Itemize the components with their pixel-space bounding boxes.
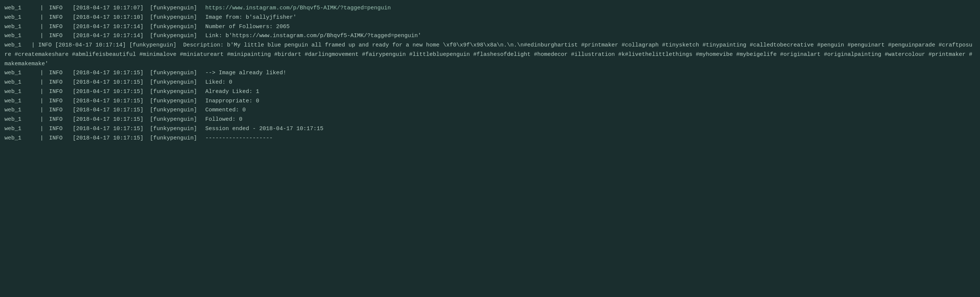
log-service: web_1 [5,125,35,134]
log-timestamp: [2018-04-17 10:17:15] [69,78,147,87]
log-line: web_1 | INFO [2018-04-17 10:17:15] [funk… [5,87,975,97]
log-module: [funkypenguin] [150,115,204,125]
log-module: [funkypenguin] [150,69,204,78]
log-timestamp: [2018-04-17 10:17:15] [69,69,147,78]
log-line: web_1 | INFO [2018-04-17 10:17:14] [funk… [5,41,975,69]
log-service: web_1 [5,69,35,78]
log-message: Link: b'https://www.instagram.com/p/Bhqv… [205,32,421,41]
log-module: [funkypenguin] [150,13,204,22]
log-module: [funkypenguin] [150,78,204,87]
log-level: INFO [49,134,68,143]
log-module: [funkypenguin] [150,125,204,134]
log-service: web_1 [5,134,35,143]
log-level: INFO [49,87,68,97]
log-timestamp: [2018-04-17 10:17:07] [69,4,147,13]
log-timestamp: [2018-04-17 10:17:10] [69,13,147,22]
log-service: web_1 [5,13,35,22]
log-container: web_1 | INFO [2018-04-17 10:17:07] [funk… [5,4,975,143]
log-pipe: | [37,134,47,143]
log-pipe: | [37,4,47,13]
log-service: web_1 [5,4,35,13]
log-service: web_1 [5,32,35,41]
log-level: INFO [49,32,68,41]
log-message: Commented: 0 [205,106,246,115]
log-service: web_1 [5,22,35,32]
log-module: [funkypenguin] [150,106,204,115]
log-message: Image from: b'sallyjfisher' [205,13,296,22]
log-pipe: | [37,87,47,97]
log-timestamp: [2018-04-17 10:17:14] [69,22,147,32]
log-timestamp: [2018-04-17 10:17:15] [69,125,147,134]
log-pipe: | [37,106,47,115]
log-message: https://www.instagram.com/p/Bhqvf5-AIMK/… [205,4,391,13]
log-service: web_1 [5,78,35,87]
log-message: Session ended - 2018-04-17 10:17:15 [205,125,323,134]
log-service: web_1 [5,87,35,97]
log-message: Number of Followers: 2065 [205,22,290,32]
log-level: INFO [49,106,68,115]
log-service: web_1 [5,115,35,125]
log-pipe: | [37,78,47,87]
log-line: web_1 | INFO [2018-04-17 10:17:10] [funk… [5,13,975,22]
log-timestamp: [2018-04-17 10:17:15] [69,134,147,143]
log-line: web_1 | INFO [2018-04-17 10:17:15] [funk… [5,125,975,134]
log-module: [funkypenguin] [150,32,204,41]
log-line: web_1 | INFO [2018-04-17 10:17:15] [funk… [5,106,975,115]
log-message: Inappropriate: 0 [205,97,259,106]
log-timestamp: [2018-04-17 10:17:15] [69,87,147,97]
log-module: [funkypenguin] [150,134,204,143]
log-level: INFO [49,115,68,125]
log-line: web_1 | INFO [2018-04-17 10:17:07] [funk… [5,4,975,13]
log-service: web_1 [5,97,35,106]
log-pipe: | [37,13,47,22]
log-pipe: | [37,97,47,106]
log-module: [funkypenguin] [150,87,204,97]
log-pipe: | [37,125,47,134]
log-message: Followed: 0 [205,115,242,125]
log-line: web_1 | INFO [2018-04-17 10:17:14] [funk… [5,22,975,32]
log-line: web_1 | INFO [2018-04-17 10:17:14] [funk… [5,32,975,41]
log-line: web_1 | INFO [2018-04-17 10:17:15] [funk… [5,134,975,143]
log-pipe: | [37,22,47,32]
log-message: -------------------- [205,134,273,143]
log-level: INFO [49,22,68,32]
log-level: INFO [49,69,68,78]
log-level: INFO [49,125,68,134]
log-level: INFO [49,97,68,106]
log-timestamp: [2018-04-17 10:17:14] [69,32,147,41]
log-line: web_1 | INFO [2018-04-17 10:17:15] [funk… [5,69,975,78]
log-pipe: | [37,69,47,78]
log-timestamp: [2018-04-17 10:17:15] [69,115,147,125]
log-timestamp: [2018-04-17 10:17:15] [69,106,147,115]
log-module: [funkypenguin] [150,22,204,32]
log-message: Already Liked: 1 [205,87,259,97]
log-line: web_1 | INFO [2018-04-17 10:17:15] [funk… [5,97,975,106]
log-message: Liked: 0 [205,78,232,87]
log-pipe: | [37,32,47,41]
log-pipe: | [37,115,47,125]
log-line: web_1 | INFO [2018-04-17 10:17:15] [funk… [5,78,975,87]
log-service: web_1 [5,106,35,115]
log-level: INFO [49,4,68,13]
log-level: INFO [49,13,68,22]
log-timestamp: [2018-04-17 10:17:15] [69,97,147,106]
log-line: web_1 | INFO [2018-04-17 10:17:15] [funk… [5,115,975,125]
log-level: INFO [49,78,68,87]
log-module: [funkypenguin] [150,97,204,106]
log-module: [funkypenguin] [150,4,204,13]
log-message: --> Image already liked! [205,69,286,78]
